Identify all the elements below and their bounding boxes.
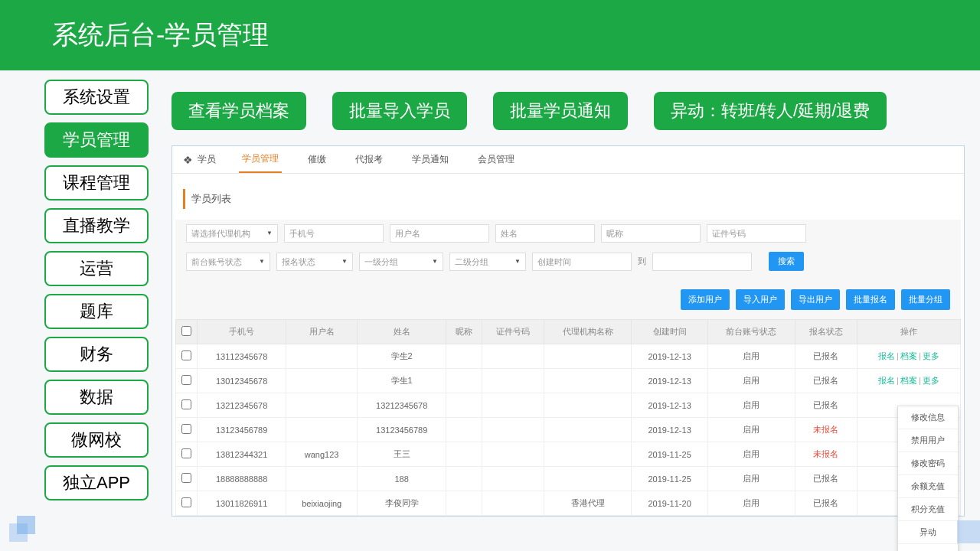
action-button[interactable]: 批量报名 <box>846 289 895 310</box>
sidebar: 系统设置学员管理课程管理直播教学运营题库财务数据微网校独立APP <box>44 80 149 517</box>
top-button[interactable]: 批量导入学员 <box>332 92 467 130</box>
top-button[interactable]: 批量学员通知 <box>493 92 628 130</box>
table-cell: 启用 <box>707 369 795 393</box>
table-header: 昵称 <box>446 320 482 344</box>
table-cell <box>482 467 544 491</box>
dropdown-item[interactable]: 余额充值 <box>898 475 958 498</box>
table-cell: 已报名 <box>795 467 858 491</box>
table-cell <box>446 344 482 369</box>
filter-select[interactable]: 一级分组 <box>359 253 443 271</box>
search-button[interactable]: 搜索 <box>769 252 804 271</box>
table-cell <box>544 393 632 418</box>
table-cell: 13123456789 <box>198 418 286 442</box>
dropdown-item[interactable]: 约课 <box>898 544 958 551</box>
sidebar-item[interactable]: 直播教学 <box>44 208 149 243</box>
row-checkbox[interactable] <box>181 473 191 483</box>
table-cell <box>446 418 482 442</box>
table-cell: 13123456789 <box>358 418 446 442</box>
top-buttons: 查看学员档案批量导入学员批量学员通知异动：转班/转人/延期/退费 <box>172 92 965 130</box>
table-cell: 188 <box>358 467 446 491</box>
filter-input[interactable]: 手机号 <box>284 224 384 243</box>
table-cell <box>482 491 544 516</box>
table-cell: 18888888888 <box>198 467 286 491</box>
row-checkbox[interactable] <box>181 375 191 385</box>
row-checkbox[interactable] <box>181 350 191 360</box>
sidebar-item[interactable]: 系统设置 <box>44 80 149 115</box>
more-link[interactable]: 更多 <box>923 351 939 360</box>
signup-link[interactable]: 报名 <box>878 351 895 360</box>
table-cell: 香港代理 <box>544 491 632 516</box>
action-button[interactable]: 导出用户 <box>791 289 840 310</box>
filter-input[interactable]: 昵称 <box>601 224 701 243</box>
filters: 请选择代理机构手机号用户名姓名昵称证件号码 前台账号状态报名状态一级分组二级分组… <box>175 220 961 283</box>
table-cell <box>482 393 544 418</box>
table-header-row: 手机号用户名姓名昵称证件号码代理机构名称创建时间前台账号状态报名状态操作 <box>176 320 961 344</box>
sidebar-item[interactable]: 财务 <box>44 337 149 372</box>
dropdown-item[interactable]: 积分充值 <box>898 498 958 521</box>
more-link[interactable]: 更多 <box>923 376 939 385</box>
row-checkbox[interactable] <box>181 424 191 434</box>
action-buttons: 添加用户导入用户导出用户批量报名批量分组 <box>175 283 961 319</box>
top-button[interactable]: 查看学员档案 <box>172 92 306 130</box>
sidebar-item[interactable]: 运营 <box>44 251 149 286</box>
dropdown-item[interactable]: 异动 <box>898 521 958 544</box>
filter-input[interactable] <box>652 253 752 271</box>
action-button[interactable]: 批量分组 <box>901 289 950 310</box>
panel-tab[interactable]: 催缴 <box>305 147 329 172</box>
table-cell <box>286 418 358 442</box>
dropdown-item[interactable]: 修改密码 <box>898 452 958 475</box>
table-header: 代理机构名称 <box>544 320 632 344</box>
filter-input[interactable]: 用户名 <box>390 224 489 243</box>
panel: ❖ 学员 学员管理催缴代报考学员通知会员管理 学员列表 请选择代理机构手机号用户… <box>172 145 965 517</box>
filter-select[interactable]: 报名状态 <box>276 253 353 271</box>
archive-link[interactable]: 档案 <box>900 376 917 385</box>
archive-link[interactable]: 档案 <box>900 351 917 360</box>
table-cell: wang123 <box>286 442 358 467</box>
table-cell: 2019-12-13 <box>632 418 707 442</box>
panel-tab[interactable]: 学员管理 <box>239 146 282 173</box>
decoration <box>17 516 35 534</box>
dropdown-item[interactable]: 修改信息 <box>898 406 958 429</box>
decoration <box>957 520 980 543</box>
panel-tab[interactable]: 代报考 <box>352 147 386 172</box>
select-all-checkbox[interactable] <box>181 326 191 336</box>
filter-select[interactable]: 请选择代理机构 <box>186 224 278 243</box>
sidebar-item[interactable]: 学员管理 <box>44 122 149 158</box>
table-cell <box>482 442 544 467</box>
table-cell: 学生2 <box>358 344 446 369</box>
panel-tab[interactable]: 学员通知 <box>409 147 452 172</box>
table-cell: 2019-11-25 <box>632 467 707 491</box>
action-button[interactable]: 导入用户 <box>736 289 785 310</box>
sidebar-item[interactable]: 独立APP <box>44 465 149 500</box>
table-cell <box>286 344 358 369</box>
action-button[interactable]: 添加用户 <box>681 289 730 310</box>
panel-tab[interactable]: 会员管理 <box>475 147 518 172</box>
signup-link[interactable]: 报名 <box>878 376 895 385</box>
sidebar-item[interactable]: 课程管理 <box>44 165 149 201</box>
filter-select[interactable]: 二级分组 <box>449 253 526 271</box>
sidebar-item[interactable]: 题库 <box>44 294 149 329</box>
table-cell <box>446 491 482 516</box>
filter-row-1: 请选择代理机构手机号用户名姓名昵称证件号码 <box>186 220 950 247</box>
filter-row-2: 前台账号状态报名状态一级分组二级分组创建时间到搜索 <box>186 247 950 276</box>
row-checkbox[interactable] <box>181 448 191 458</box>
top-button[interactable]: 异动：转班/转人/延期/退费 <box>654 92 887 130</box>
filter-input[interactable]: 证件号码 <box>707 224 806 243</box>
dropdown-item[interactable]: 禁用用户 <box>898 429 958 452</box>
table-cell: 2019-12-13 <box>632 344 707 369</box>
row-checkbox[interactable] <box>181 399 191 409</box>
filter-input[interactable]: 姓名 <box>495 224 595 243</box>
table-cell: 已报名 <box>795 344 858 369</box>
table-header: 姓名 <box>358 320 446 344</box>
table-row: 13112345678学生22019-12-13启用已报名报名|档案|更多 <box>176 344 961 369</box>
table-cell: 启用 <box>707 393 795 418</box>
sidebar-item[interactable]: 数据 <box>44 380 149 415</box>
filter-label: 到 <box>638 256 646 267</box>
sidebar-item[interactable]: 微网校 <box>44 422 149 458</box>
table-cell: 13212345678 <box>358 393 446 418</box>
filter-select[interactable]: 前台账号状态 <box>186 253 270 271</box>
filter-input[interactable]: 创建时间 <box>532 253 632 271</box>
table-header: 前台账号状态 <box>707 320 795 344</box>
row-checkbox[interactable] <box>181 497 191 507</box>
table-row: 188888888881882019-11-25启用已报名 <box>176 467 961 491</box>
